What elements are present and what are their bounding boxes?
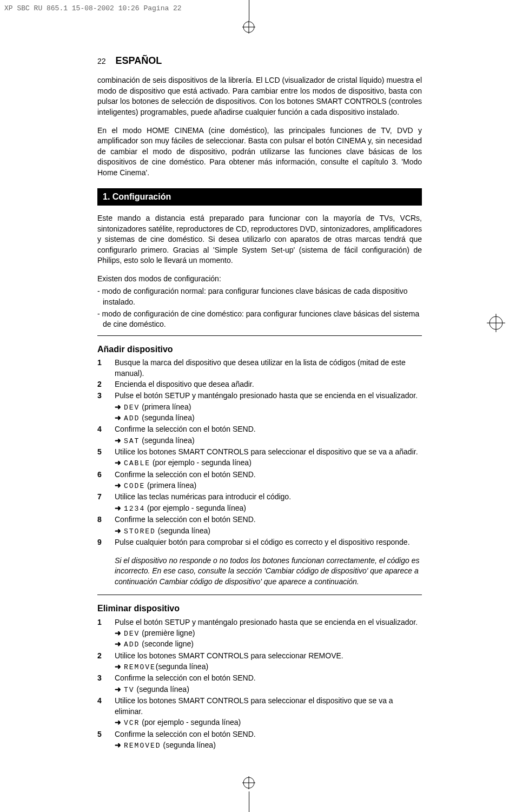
step-text: Confirme la selección con el botón SEND. (115, 470, 422, 480)
step-result: ➜TV (segunda línea) (115, 684, 422, 695)
step-number: 2 (97, 379, 115, 390)
arrow-icon: ➜ (115, 639, 121, 648)
step-text: Pulse el botón SETUP y manténgalo presio… (115, 617, 422, 628)
step-result: ➜CABLE (por ejemplo - segunda línea) (115, 458, 422, 468)
step-item: 1Busque la marca del dispositivo que des… (97, 358, 422, 379)
step-number: 3 (97, 391, 115, 401)
section-1-title: 1. Configuración (97, 188, 422, 206)
lcd-code: REMOVED (124, 742, 161, 750)
intro-para-1: combinación de seis dispositivos de la l… (97, 75, 422, 117)
step-result: ➜CODE (primera línea) (115, 480, 422, 491)
result-note: (segunda línea) (156, 526, 210, 535)
divider (97, 335, 422, 336)
step-text: Encienda el dispositivo que desea añadir… (115, 379, 422, 390)
step-item: 4Confirme la selección con el botón SEND… (97, 424, 422, 435)
arrow-icon: ➜ (115, 436, 121, 445)
lcd-code: ADD (124, 414, 140, 422)
step-item: 3Confirme la selección con el botón SEND… (97, 673, 422, 684)
mode-cinema: - modo de configuración de cine doméstic… (97, 309, 422, 330)
step-number: 2 (97, 651, 115, 662)
step-item: 2Utilice los botones SMART CONTROLS para… (97, 651, 422, 662)
step-result: ➜1234 (por ejemplo - segunda línea) (115, 503, 422, 514)
step-number: 4 (97, 696, 115, 717)
arrow-icon: ➜ (115, 402, 121, 411)
lcd-code: DEV (124, 404, 140, 412)
step-item: 3Pulse el botón SETUP y manténgalo presi… (97, 391, 422, 401)
step-text: Confirme la selección con el botón SEND. (115, 729, 422, 740)
registration-mark-right (487, 314, 505, 334)
step-text: Pulse cualquier botón para comprobar si … (115, 537, 422, 548)
result-note: (segunda línea) (156, 662, 208, 671)
add-device-note: Si el dispositivo no responde o no todos… (115, 556, 422, 587)
step-result: ➜REMOVE(segunda línea) (115, 662, 422, 672)
divider (97, 595, 422, 595)
step-result: ➜SAT (segunda línea) (115, 435, 422, 446)
step-text: Confirme la selección con el botón SEND. (115, 424, 422, 435)
step-number: 5 (97, 447, 115, 458)
result-note: (por ejemplo - segunda línea) (145, 504, 246, 512)
step-result: ➜DEV (primera línea) (115, 402, 422, 413)
step-item: 5Confirme la selección con el botón SEND… (97, 729, 422, 740)
step-text: Utilice los botones SMART CONTROLS para … (115, 696, 422, 717)
lcd-code: CODE (124, 482, 145, 490)
step-result: ➜VCR (por ejemplo - segunda línea) (115, 717, 422, 728)
lcd-code: DEV (124, 630, 140, 638)
lcd-code: SAT (124, 437, 140, 445)
result-note: (segunda línea) (140, 413, 194, 422)
step-result: ➜STORED (segunda línea) (115, 526, 422, 537)
result-note: (primera línea) (140, 402, 191, 411)
step-number: 5 (97, 729, 115, 740)
add-device-title: Añadir dispositivo (97, 344, 422, 355)
language-label: ESPAÑOL (116, 55, 162, 66)
step-result: ➜REMOVED (segunda línea) (115, 740, 422, 751)
mode-normal: - modo de configuración normal: para con… (97, 286, 422, 307)
step-item: 6Confirme la selección con el botón SEND… (97, 470, 422, 480)
step-number: 8 (97, 514, 115, 525)
lcd-code: TV (124, 686, 135, 694)
step-number: 7 (97, 492, 115, 503)
section-1-para-1: Este mando a distancia está preparado pa… (97, 213, 422, 266)
add-device-steps: 1Busque la marca del dispositivo que des… (97, 358, 422, 547)
crop-target-top (242, 21, 255, 36)
step-text: Confirme la selección con el botón SEND. (115, 673, 422, 684)
step-item: 4Utilice los botones SMART CONTROLS para… (97, 696, 422, 717)
result-note: (seconde ligne) (140, 639, 194, 648)
lcd-code: ADD (124, 641, 140, 649)
result-note: (première ligne) (140, 629, 195, 637)
step-text: Utilice las teclas numéricas para introd… (115, 492, 422, 503)
step-item: 8Confirme la selección con el botón SEND… (97, 514, 422, 525)
lcd-code: CABLE (124, 459, 150, 467)
result-note: (segunda línea) (140, 436, 194, 445)
step-number: 1 (97, 358, 115, 379)
arrow-icon: ➜ (115, 481, 121, 490)
remove-device-title: Eliminar dispositivo (97, 603, 422, 615)
arrow-icon: ➜ (115, 504, 121, 512)
result-note: (segunda línea) (161, 741, 216, 749)
page-heading: 22ESPAÑOL (97, 54, 422, 68)
lcd-code: VCR (124, 719, 140, 727)
step-text: Utilice los botones SMART CONTROLS para … (115, 651, 422, 662)
step-item: 7Utilice las teclas numéricas para intro… (97, 492, 422, 503)
step-item: 1Pulse el botón SETUP y manténgalo presi… (97, 617, 422, 628)
step-text: Utilice los botones SMART CONTROLS para … (115, 447, 422, 458)
page-content: 22ESPAÑOL combinación de seis dispositiv… (97, 54, 422, 751)
remove-device-steps: 1Pulse el botón SETUP y manténgalo presi… (97, 617, 422, 751)
crop-target-bottom (242, 776, 255, 791)
arrow-icon: ➜ (115, 718, 121, 727)
arrow-icon: ➜ (115, 629, 121, 637)
step-number: 4 (97, 424, 115, 435)
result-note: (segunda línea) (135, 685, 189, 694)
step-number: 9 (97, 537, 115, 548)
intro-para-2: En el modo HOME CINEMA (cine doméstico),… (97, 126, 422, 179)
step-item: 2Encienda el dispositivo que desea añadi… (97, 379, 422, 390)
lcd-code: REMOVE (124, 663, 156, 671)
arrow-icon: ➜ (115, 685, 121, 694)
result-note: (primera línea) (145, 481, 196, 490)
step-item: 9Pulse cualquier botón para comprobar si… (97, 537, 422, 548)
file-header: XP SBC RU 865.1 15-08-2002 10:26 Pagina … (4, 4, 182, 12)
step-item: 5Utilice los botones SMART CONTROLS para… (97, 447, 422, 458)
step-text: Busque la marca del dispositivo que dese… (115, 358, 422, 379)
lcd-code: STORED (124, 527, 156, 536)
result-note: (por ejemplo - segunda línea) (150, 458, 252, 467)
step-result: ➜ADD (segunda línea) (115, 413, 422, 424)
